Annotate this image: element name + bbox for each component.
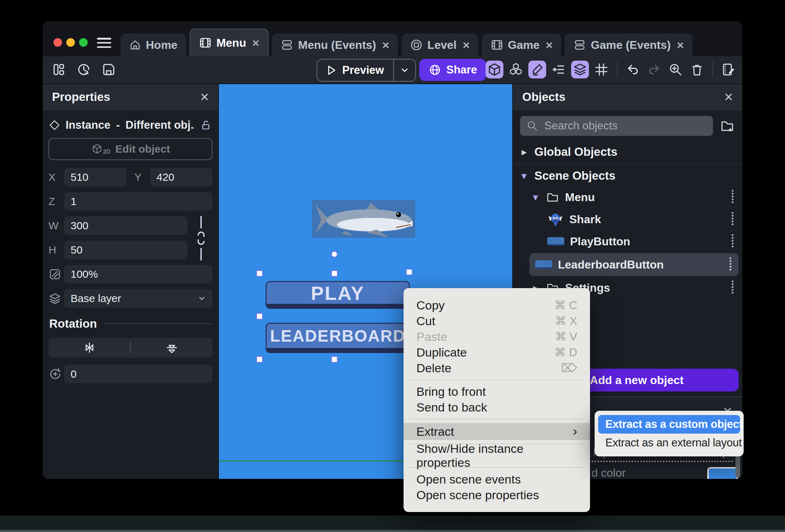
selection-handle-bottom-left[interactable] bbox=[256, 356, 263, 363]
kebab-menu-icon[interactable] bbox=[730, 189, 735, 205]
submenu-item-extract-external-layout[interactable]: Extract as an external layout bbox=[598, 434, 740, 452]
close-icon[interactable]: × bbox=[545, 38, 553, 52]
menu-item-extract[interactable]: Extract› bbox=[404, 423, 590, 440]
menu-item-copy[interactable]: Copy⌘ C bbox=[404, 297, 590, 313]
menu-item-paste[interactable]: Paste⌘ V bbox=[404, 329, 590, 344]
caret-down-icon: ▾ bbox=[531, 192, 540, 203]
close-icon[interactable]: × bbox=[677, 38, 684, 52]
menu-item-cut[interactable]: Cut⌘ X bbox=[404, 313, 590, 329]
play-button-instance[interactable]: PLAY bbox=[266, 281, 410, 309]
scene-objects-row[interactable]: ▾ Scene Objects bbox=[513, 165, 742, 186]
properties-header: Properties × bbox=[43, 84, 218, 110]
selection-rotate-handle[interactable] bbox=[331, 251, 338, 257]
height-field[interactable] bbox=[64, 241, 188, 259]
flip-horizontal-button[interactable] bbox=[48, 341, 130, 355]
menu-item-delete[interactable]: Delete⌦ bbox=[404, 360, 590, 376]
trash-icon[interactable] bbox=[688, 61, 706, 78]
cube-3d-icon[interactable] bbox=[486, 61, 503, 78]
properties-panel: Properties × Instance - Different obj...… bbox=[43, 84, 219, 479]
object-row-playbutton[interactable]: PlayButton bbox=[513, 230, 742, 252]
properties-title: Properties bbox=[52, 90, 110, 104]
chevron-down-icon[interactable] bbox=[394, 65, 415, 75]
grid-icon[interactable] bbox=[592, 61, 610, 78]
events-icon bbox=[281, 39, 293, 51]
tab-menu-events[interactable]: Menu (Events) × bbox=[272, 34, 398, 56]
x-field[interactable] bbox=[64, 168, 127, 186]
tab-menu[interactable]: Menu × bbox=[190, 29, 268, 56]
search-objects-input[interactable] bbox=[544, 119, 707, 133]
panels-layout-icon[interactable] bbox=[50, 61, 68, 78]
close-icon[interactable]: × bbox=[382, 38, 389, 52]
edit-object-button[interactable]: 2D Edit object bbox=[48, 138, 212, 160]
kebab-menu-icon[interactable] bbox=[728, 257, 733, 272]
tab-home[interactable]: Home bbox=[120, 34, 186, 56]
zoom-in-icon[interactable] bbox=[667, 61, 684, 78]
layer-select[interactable]: Base layer bbox=[64, 289, 212, 308]
layer-value: Base layer bbox=[71, 292, 121, 305]
opacity-icon bbox=[48, 268, 64, 281]
share-button[interactable]: Share bbox=[419, 59, 486, 81]
object-row-shark[interactable]: Shark bbox=[513, 208, 742, 230]
h-label: H bbox=[48, 244, 64, 256]
selection-handle-top-center[interactable] bbox=[331, 270, 338, 277]
flip-vertical-button[interactable] bbox=[131, 341, 212, 355]
lock-open-icon[interactable] bbox=[200, 119, 212, 131]
object-row-leaderboardbutton-selected[interactable]: LeaderboardButton bbox=[529, 253, 739, 276]
preview-label: Preview bbox=[337, 64, 393, 77]
tab-level[interactable]: Level × bbox=[401, 34, 478, 56]
instances-list-icon[interactable] bbox=[550, 61, 568, 78]
selection-handle-bottom-center[interactable] bbox=[331, 356, 338, 363]
menu-item-bring-to-front[interactable]: Bring to front bbox=[404, 384, 590, 399]
button-thumbnail bbox=[535, 260, 552, 269]
global-objects-row[interactable]: ▸ Global Objects bbox=[513, 142, 742, 162]
search-box[interactable] bbox=[520, 116, 713, 136]
tab-game-events[interactable]: Game (Events) × bbox=[565, 34, 692, 56]
history-icon[interactable] bbox=[75, 61, 93, 78]
folder-row-menu[interactable]: ▾ Menu bbox=[513, 186, 742, 208]
layers-icon[interactable] bbox=[571, 61, 589, 78]
menu-item-open-scene-properties[interactable]: Open scene properties bbox=[404, 487, 590, 503]
kebab-menu-icon[interactable] bbox=[730, 211, 735, 227]
undo-icon[interactable] bbox=[624, 61, 642, 78]
close-icon[interactable]: × bbox=[724, 88, 733, 106]
objects-title: Objects bbox=[522, 90, 565, 104]
width-field[interactable] bbox=[64, 216, 188, 235]
tab-game[interactable]: Game × bbox=[482, 34, 561, 56]
traffic-minimize-button[interactable] bbox=[66, 38, 75, 47]
selection-handle-top-left[interactable] bbox=[256, 270, 263, 277]
selection-handle-middle-left[interactable] bbox=[256, 313, 263, 319]
submenu-arrow-icon: › bbox=[573, 424, 577, 439]
menu-item-send-to-back[interactable]: Send to back bbox=[404, 399, 590, 415]
objects-cubes-icon[interactable] bbox=[507, 61, 525, 78]
link-dimensions-icon[interactable] bbox=[193, 215, 209, 261]
close-icon[interactable]: × bbox=[252, 36, 259, 50]
y-field[interactable] bbox=[150, 168, 212, 186]
main-menu-icon[interactable] bbox=[97, 38, 111, 48]
close-icon[interactable]: × bbox=[200, 88, 209, 106]
selection-handle-top-right[interactable] bbox=[406, 269, 412, 275]
opacity-field[interactable] bbox=[64, 265, 212, 283]
new-folder-icon[interactable] bbox=[719, 118, 735, 134]
instance-separator: - bbox=[116, 119, 120, 132]
scene-properties-icon[interactable] bbox=[719, 61, 737, 78]
traffic-close-button[interactable] bbox=[53, 38, 62, 47]
menu-item-open-scene-events[interactable]: Open scene events bbox=[404, 471, 590, 487]
save-icon[interactable] bbox=[100, 61, 118, 78]
close-icon[interactable]: × bbox=[463, 38, 470, 52]
shark-sprite[interactable] bbox=[312, 200, 415, 238]
tab-label: Menu (Events) bbox=[298, 39, 376, 52]
submenu-item-extract-custom-object[interactable]: Extract as a custom object bbox=[598, 415, 740, 434]
edit-pencil-icon[interactable] bbox=[528, 61, 546, 78]
kebab-menu-icon[interactable] bbox=[730, 280, 735, 296]
preview-button[interactable]: Preview bbox=[317, 59, 416, 82]
leaderboard-button-instance[interactable]: LEADERBOARD bbox=[266, 323, 410, 353]
redo-icon[interactable] bbox=[645, 61, 663, 78]
menu-item-duplicate[interactable]: Duplicate⌘ D bbox=[404, 344, 590, 360]
opacity-row bbox=[48, 265, 212, 283]
traffic-zoom-button[interactable] bbox=[79, 38, 88, 47]
background-color-swatch[interactable] bbox=[707, 467, 738, 479]
kebab-menu-icon[interactable] bbox=[730, 234, 735, 249]
rotation-field[interactable] bbox=[64, 365, 212, 383]
z-field[interactable] bbox=[64, 192, 212, 211]
menu-item-show-hide-instance-properties[interactable]: Show/Hide instance properties bbox=[404, 448, 590, 464]
